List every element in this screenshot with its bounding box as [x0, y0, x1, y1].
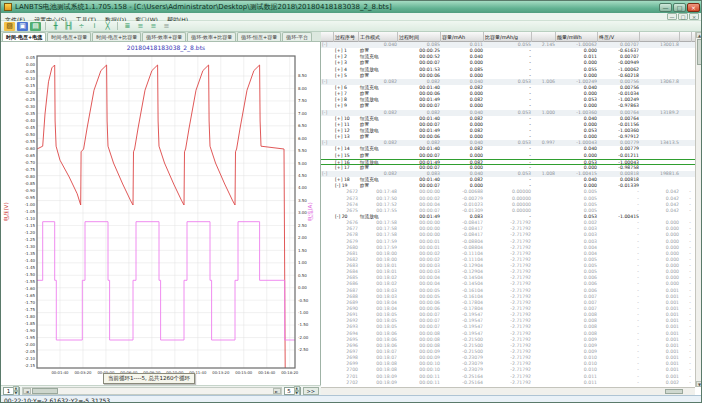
- record-list-icon[interactable]: ≣: [122, 22, 133, 31]
- grid-col-header-4[interactable]: 容量/mAh: [441, 32, 484, 42]
- svg-text:7.00: 7.00: [298, 111, 307, 116]
- svg-text:-1.05: -1.05: [25, 209, 36, 214]
- grid-col-header-7[interactable]: 能量/mWh: [556, 32, 598, 42]
- page-cycle-spinner[interactable]: 5 ▲ ▼: [284, 387, 301, 395]
- chart-area[interactable]: 20180418183038_2_8.bts0.050.00-0.05-0.10…: [1, 42, 321, 374]
- grid-cell: [321, 153, 334, 159]
- grid-cell: -0.01211: [598, 153, 640, 159]
- svg-text:-0.60: -0.60: [25, 146, 36, 151]
- grid-col-header-2[interactable]: 工作模式: [359, 32, 398, 42]
- process-row[interactable]: [+] 15静置00:00:070.000-0.000-0.01211: [321, 153, 695, 159]
- scroll-up-icon[interactable]: ▲: [696, 32, 702, 38]
- grid-col-header-6[interactable]: [532, 32, 556, 42]
- grid-hscroll-thumb[interactable]: [665, 389, 683, 394]
- process-list-icon[interactable]: ≡: [135, 22, 146, 31]
- tab-2[interactable]: 时间-电压+比容量: [92, 32, 141, 41]
- minimize-button[interactable]: —: [659, 3, 672, 12]
- grid-col-header-0[interactable]: [321, 32, 334, 42]
- grid-col-header-10[interactable]: [680, 32, 692, 42]
- grid-cell: 0.000: [441, 153, 484, 159]
- save-icon[interactable]: ▣: [17, 22, 28, 31]
- svg-text:00:01:40: 00:01:40: [51, 370, 69, 374]
- grid-horizontal-scrollbar[interactable]: [321, 387, 695, 395]
- svg-text:-1.80: -1.80: [25, 314, 36, 319]
- svg-text:-0.70: -0.70: [25, 160, 36, 165]
- grid-vscroll-thumb[interactable]: [697, 39, 702, 65]
- curve-marker-icon[interactable]: ╟╢: [63, 22, 74, 31]
- grid-header: 过程序号工作模式过程时间容量/mAh比容量/mAh/g能量/mWh终压/V: [321, 32, 695, 42]
- record-row[interactable]: 270200:18:0900:00:11-0.25164-2.717920.01…: [321, 380, 695, 386]
- svg-text:-2.50: -2.50: [298, 347, 309, 352]
- page-cycle-value: 5: [285, 388, 294, 394]
- maximize-button[interactable]: □: [673, 3, 686, 12]
- export-image-icon[interactable]: ▤: [30, 22, 41, 31]
- grid-col-header-3[interactable]: 过程时间: [398, 32, 441, 42]
- svg-text:00:15:00: 00:15:00: [235, 370, 253, 374]
- scroll-right-icon[interactable]: ►: [273, 388, 281, 394]
- svg-text:-1.50: -1.50: [25, 272, 36, 277]
- svg-text:-2.15: -2.15: [25, 363, 36, 368]
- status-bar: 00:22:10;Y=-2.61632;Y2=-5.31753: [1, 395, 702, 403]
- grid-cell: 0.002: [640, 380, 680, 386]
- curve-cut-icon[interactable]: ╳: [102, 22, 113, 31]
- grid-col-header-5[interactable]: 比容量/mAh/g: [484, 32, 532, 42]
- svg-text:-0.25: -0.25: [25, 97, 36, 102]
- tab-4[interactable]: 循环-效率+比容量: [187, 32, 236, 41]
- svg-text:6.50: 6.50: [298, 123, 307, 128]
- svg-text:-2.00: -2.00: [298, 335, 309, 340]
- curve-scale-icon[interactable]: Ｉ: [89, 22, 100, 31]
- tab-6[interactable]: 循环-平台: [282, 32, 312, 41]
- svg-text:3.00: 3.00: [298, 210, 307, 215]
- svg-text:-1.55: -1.55: [25, 279, 36, 284]
- start-cycle-spinner[interactable]: 1 ▲ ▼: [3, 387, 20, 395]
- cycle-list-icon[interactable]: ≡: [148, 22, 159, 31]
- child-restore-button[interactable]: □: [678, 13, 688, 20]
- grid-cell: [+] 15: [334, 153, 359, 159]
- chart-horizontal-scrollbar[interactable]: ◄ ►: [22, 387, 282, 395]
- svg-text:-0.15: -0.15: [25, 83, 36, 88]
- grid-body[interactable]: [-]0.0400.0850.0110.0552.145-1.000620.00…: [321, 42, 695, 387]
- grid-cell: 00:00:07: [398, 153, 441, 159]
- grid-cell: 00:18:09: [359, 380, 398, 386]
- tab-5[interactable]: 循环-恒压+容量: [237, 32, 281, 41]
- svg-text:-1.10: -1.10: [25, 216, 36, 221]
- svg-text:-0.65: -0.65: [25, 153, 36, 158]
- close-button[interactable]: ×: [687, 3, 700, 12]
- tab-3[interactable]: 循环-效率+容量: [142, 32, 186, 41]
- curve-split-icon[interactable]: ÷: [76, 22, 87, 31]
- scroll-left-icon[interactable]: ◄: [23, 388, 31, 394]
- scroll-down-icon[interactable]: ▼: [696, 381, 702, 387]
- tab-1[interactable]: 时间-电压+容量: [47, 32, 91, 41]
- grid-col-header-8[interactable]: 终压/V: [598, 32, 640, 42]
- svg-text:-1.25: -1.25: [25, 237, 36, 242]
- child-minimize-button[interactable]: —: [667, 13, 677, 20]
- cycle-range-tooltip: 当前循环1----5, 总共1260个循环: [103, 373, 195, 384]
- grid-cell: 00:00:11: [398, 380, 441, 386]
- child-close-button[interactable]: ×: [689, 13, 699, 20]
- svg-text:00:03:20: 00:03:20: [74, 370, 92, 374]
- grid-col-header-1[interactable]: 过程序号: [334, 32, 359, 42]
- svg-text:-0.75: -0.75: [25, 167, 36, 172]
- tab-0[interactable]: 时间-电压+电流: [2, 32, 46, 41]
- open-file-icon[interactable]: ▨: [4, 22, 15, 31]
- svg-text:8.00: 8.00: [298, 86, 307, 91]
- grid-cell: [640, 153, 680, 159]
- chart-title: 20180418183038_2_8.bts: [127, 44, 205, 52]
- report-icon[interactable]: ≡: [161, 22, 172, 31]
- svg-text:-0.85: -0.85: [25, 181, 36, 186]
- svg-text:-1.20: -1.20: [25, 230, 36, 235]
- svg-text:-0.50: -0.50: [25, 132, 36, 137]
- grid-cell: -: [484, 153, 532, 159]
- next-page-button[interactable]: >>: [303, 387, 319, 395]
- grid-vertical-scrollbar[interactable]: ▲ ▼: [695, 32, 702, 387]
- time-voltage-current-chart[interactable]: 20180418183038_2_8.bts0.050.00-0.05-0.10…: [1, 42, 319, 374]
- svg-text:-1.35: -1.35: [25, 251, 36, 256]
- svg-text:-0.35: -0.35: [25, 111, 36, 116]
- y-left-axis-label: 电压(V): [3, 202, 9, 221]
- svg-text:7.50: 7.50: [298, 98, 307, 103]
- curve-cursor-icon[interactable]: ╫: [50, 22, 61, 31]
- svg-text:00:18:20: 00:18:20: [281, 370, 299, 374]
- svg-text:6.00: 6.00: [298, 136, 307, 141]
- chart-scroll-thumb[interactable]: [32, 388, 58, 394]
- grid-col-header-9[interactable]: [640, 32, 680, 42]
